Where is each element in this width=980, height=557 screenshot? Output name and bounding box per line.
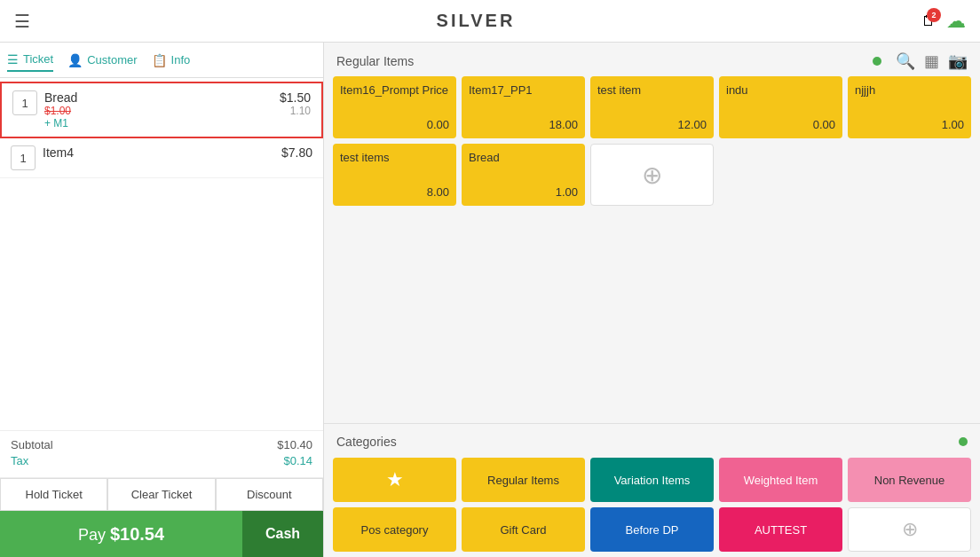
- test-item-label: test item: [597, 83, 707, 97]
- categories-grid: ★ Regular Items Variation Items Weighted…: [324, 454, 980, 557]
- item4-name: Item4: [43, 145, 274, 160]
- ticket-tabs: ☰ Ticket 👤 Customer 📋 Info: [0, 43, 323, 78]
- info-icon: 📋: [152, 53, 167, 67]
- category-pos[interactable]: Pos category: [333, 507, 456, 552]
- categories-status-dot: [959, 437, 968, 446]
- spacer: [324, 211, 980, 423]
- clear-ticket-button[interactable]: Clear Ticket: [107, 478, 215, 511]
- njjjh-label: njjjh: [855, 83, 964, 97]
- item16-label: Item16_Prompt Price: [340, 83, 449, 97]
- grid-item-test-items[interactable]: test items 8.00: [333, 144, 456, 206]
- barcode-icon[interactable]: ▦: [924, 51, 939, 71]
- totals-section: Subtotal $10.40 Tax $0.14: [0, 430, 323, 477]
- ticket-item-item4[interactable]: 1 Item4 $7.80: [0, 138, 323, 178]
- pay-label: Pay: [78, 526, 110, 544]
- tab-customer[interactable]: 👤 Customer: [67, 50, 137, 71]
- test-item-value: 12.00: [677, 118, 707, 131]
- category-auttest[interactable]: AUTTEST: [719, 507, 842, 552]
- category-gift-card[interactable]: Gift Card: [462, 507, 585, 552]
- categories-title: Categories: [336, 435, 397, 449]
- grid-item-item17[interactable]: Item17_PP1 18.00: [462, 76, 585, 138]
- category-variation-items[interactable]: Variation Items: [590, 458, 714, 502]
- header-icons: 🔍 ▦ 📷: [896, 51, 968, 71]
- tax-value: $0.14: [283, 454, 312, 467]
- pay-amount: $10.54: [110, 524, 164, 544]
- top-bar-right: 🗒 2 ☁: [921, 10, 966, 33]
- notification-badge: 2: [927, 8, 941, 22]
- qty-bread: 1: [12, 90, 37, 115]
- bread-price-col: $1.50 1.10: [280, 90, 311, 117]
- top-bar: ☰ SILVER 🗒 2 ☁: [0, 0, 980, 43]
- cat-auttest-label: AUTTEST: [755, 523, 807, 537]
- cat-non-revenue-label: Non Revenue: [874, 474, 945, 487]
- bread-name: Bread: [44, 90, 273, 105]
- item17-label: Item17_PP1: [469, 83, 578, 97]
- customer-icon: 👤: [67, 53, 83, 67]
- cat-regular-label: Regular Items: [487, 474, 559, 487]
- cat-gift-label: Gift Card: [500, 523, 546, 537]
- bread-grid-label: Bread: [469, 151, 578, 164]
- category-regular-items[interactable]: Regular Items: [462, 458, 585, 502]
- regular-items-title: Regular Items: [336, 54, 414, 68]
- app-title: SILVER: [437, 11, 516, 31]
- category-before-dp[interactable]: Before DP: [590, 507, 714, 552]
- cat-pos-label: Pos category: [361, 523, 429, 537]
- add-category-button[interactable]: ⊕: [848, 507, 971, 552]
- bread-details: Bread $1.00 + M1: [44, 90, 273, 129]
- ticket-item-bread[interactable]: 1 Bread $1.00 + M1 $1.50 1.10: [0, 82, 323, 138]
- regular-items-header: Regular Items 🔍 ▦ 📷: [324, 43, 980, 76]
- camera-icon[interactable]: 📷: [948, 51, 968, 71]
- main-content: ☰ Ticket 👤 Customer 📋 Info 1 Bread $1.00…: [0, 43, 980, 557]
- cat-variation-label: Variation Items: [614, 474, 691, 487]
- tab-ticket[interactable]: ☰ Ticket: [7, 49, 53, 72]
- item16-value: 0.00: [427, 118, 449, 131]
- pay-section: Pay $10.54 Cash: [0, 511, 323, 557]
- action-buttons: Hold Ticket Clear Ticket Discount: [0, 477, 323, 511]
- categories-section: Categories ★ Regular Items Variation Ite…: [324, 423, 980, 557]
- bread-price: $1.50: [280, 90, 311, 105]
- item4-price: $7.80: [281, 145, 312, 160]
- bread-grid-value: 1.00: [556, 185, 578, 199]
- top-bar-left: ☰: [14, 11, 30, 32]
- notification-button[interactable]: 🗒 2: [921, 13, 936, 29]
- add-category-icon: ⊕: [902, 518, 918, 541]
- left-panel: ☰ Ticket 👤 Customer 📋 Info 1 Bread $1.00…: [0, 43, 324, 557]
- category-weighted-item[interactable]: Weighted Item: [719, 458, 842, 502]
- cloud-icon[interactable]: ☁: [946, 10, 966, 33]
- bread-modifier: + M1: [44, 117, 273, 129]
- add-new-item-button[interactable]: ⊕: [590, 144, 714, 206]
- right-panel: Regular Items 🔍 ▦ 📷 Item16_Prompt Price …: [324, 43, 980, 557]
- subtotal-row: Subtotal $10.40: [11, 438, 312, 451]
- menu-icon[interactable]: ☰: [14, 11, 30, 32]
- regular-items-status-dot: [873, 57, 881, 66]
- qty-item4: 1: [11, 145, 36, 170]
- tab-info[interactable]: 📋 Info: [152, 50, 191, 71]
- cat-before-dp-label: Before DP: [626, 523, 679, 537]
- search-icon[interactable]: 🔍: [896, 51, 915, 71]
- item4-price-col: $7.80: [281, 145, 312, 160]
- grid-item-bread[interactable]: Bread 1.00: [462, 144, 585, 206]
- cat-weighted-label: Weighted Item: [744, 474, 818, 487]
- tax-label: Tax: [11, 454, 28, 467]
- discount-button[interactable]: Discount: [216, 478, 323, 511]
- category-non-revenue[interactable]: Non Revenue: [848, 458, 971, 502]
- subtotal-label: Subtotal: [11, 438, 53, 451]
- hold-ticket-button[interactable]: Hold Ticket: [0, 478, 107, 511]
- ticket-icon: ☰: [7, 52, 19, 67]
- grid-item-item16[interactable]: Item16_Prompt Price 0.00: [333, 76, 456, 138]
- test-items-label: test items: [340, 151, 449, 164]
- grid-item-test-item[interactable]: test item 12.00: [590, 76, 714, 138]
- item4-details: Item4: [43, 145, 274, 160]
- category-favorites[interactable]: ★: [333, 458, 456, 502]
- cash-button[interactable]: Cash: [242, 511, 323, 557]
- grid-item-indu[interactable]: indu 0.00: [719, 76, 842, 138]
- indu-value: 0.00: [813, 118, 835, 131]
- pay-button[interactable]: Pay $10.54: [0, 511, 242, 557]
- grid-item-njjjh[interactable]: njjjh 1.00: [848, 76, 971, 138]
- ticket-items-list: 1 Bread $1.00 + M1 $1.50 1.10 1 Item4: [0, 78, 323, 430]
- subtotal-value: $10.40: [277, 438, 312, 451]
- star-icon: ★: [386, 468, 404, 491]
- item17-value: 18.00: [549, 118, 578, 131]
- bread-original-price: $1.00: [44, 105, 273, 117]
- tax-row: Tax $0.14: [11, 454, 312, 467]
